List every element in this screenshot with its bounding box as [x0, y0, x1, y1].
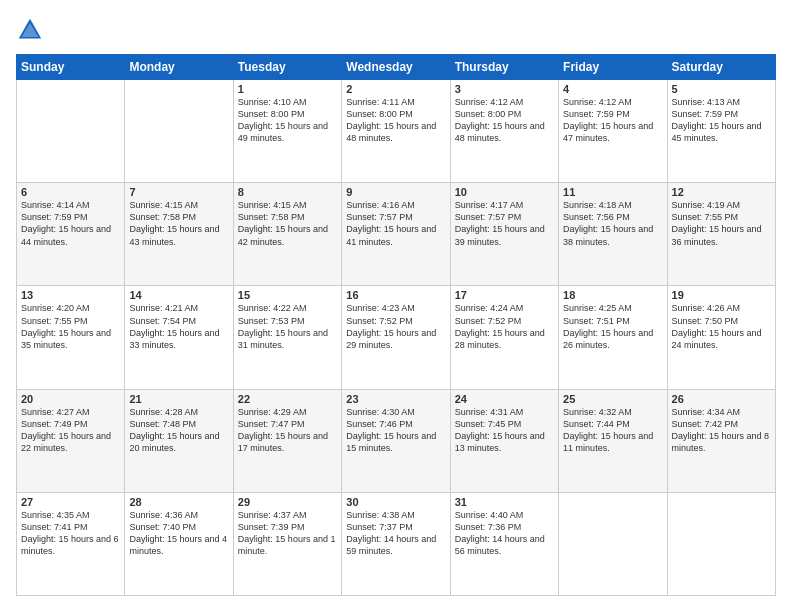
calendar-cell	[125, 80, 233, 183]
day-number: 4	[563, 83, 662, 95]
calendar-cell: 6Sunrise: 4:14 AM Sunset: 7:59 PM Daylig…	[17, 183, 125, 286]
day-number: 21	[129, 393, 228, 405]
calendar-cell: 4Sunrise: 4:12 AM Sunset: 7:59 PM Daylig…	[559, 80, 667, 183]
day-number: 3	[455, 83, 554, 95]
day-info: Sunrise: 4:37 AM Sunset: 7:39 PM Dayligh…	[238, 509, 337, 558]
day-info: Sunrise: 4:13 AM Sunset: 7:59 PM Dayligh…	[672, 96, 771, 145]
page: SundayMondayTuesdayWednesdayThursdayFrid…	[0, 0, 792, 612]
day-info: Sunrise: 4:11 AM Sunset: 8:00 PM Dayligh…	[346, 96, 445, 145]
day-info: Sunrise: 4:10 AM Sunset: 8:00 PM Dayligh…	[238, 96, 337, 145]
day-info: Sunrise: 4:12 AM Sunset: 7:59 PM Dayligh…	[563, 96, 662, 145]
day-number: 27	[21, 496, 120, 508]
calendar-cell: 26Sunrise: 4:34 AM Sunset: 7:42 PM Dayli…	[667, 389, 775, 492]
day-info: Sunrise: 4:14 AM Sunset: 7:59 PM Dayligh…	[21, 199, 120, 248]
day-info: Sunrise: 4:30 AM Sunset: 7:46 PM Dayligh…	[346, 406, 445, 455]
calendar-cell: 28Sunrise: 4:36 AM Sunset: 7:40 PM Dayli…	[125, 492, 233, 595]
calendar-cell: 14Sunrise: 4:21 AM Sunset: 7:54 PM Dayli…	[125, 286, 233, 389]
calendar-cell	[667, 492, 775, 595]
calendar-day-header: Wednesday	[342, 55, 450, 80]
day-number: 25	[563, 393, 662, 405]
day-info: Sunrise: 4:15 AM Sunset: 7:58 PM Dayligh…	[129, 199, 228, 248]
day-number: 14	[129, 289, 228, 301]
calendar-cell: 15Sunrise: 4:22 AM Sunset: 7:53 PM Dayli…	[233, 286, 341, 389]
calendar-cell: 7Sunrise: 4:15 AM Sunset: 7:58 PM Daylig…	[125, 183, 233, 286]
day-number: 22	[238, 393, 337, 405]
calendar-cell: 5Sunrise: 4:13 AM Sunset: 7:59 PM Daylig…	[667, 80, 775, 183]
calendar-cell: 25Sunrise: 4:32 AM Sunset: 7:44 PM Dayli…	[559, 389, 667, 492]
day-number: 15	[238, 289, 337, 301]
calendar-cell: 2Sunrise: 4:11 AM Sunset: 8:00 PM Daylig…	[342, 80, 450, 183]
calendar-day-header: Thursday	[450, 55, 558, 80]
logo	[16, 16, 48, 44]
calendar-cell: 11Sunrise: 4:18 AM Sunset: 7:56 PM Dayli…	[559, 183, 667, 286]
calendar-week-row: 1Sunrise: 4:10 AM Sunset: 8:00 PM Daylig…	[17, 80, 776, 183]
calendar-cell: 30Sunrise: 4:38 AM Sunset: 7:37 PM Dayli…	[342, 492, 450, 595]
calendar-cell: 21Sunrise: 4:28 AM Sunset: 7:48 PM Dayli…	[125, 389, 233, 492]
day-info: Sunrise: 4:36 AM Sunset: 7:40 PM Dayligh…	[129, 509, 228, 558]
day-number: 18	[563, 289, 662, 301]
day-info: Sunrise: 4:22 AM Sunset: 7:53 PM Dayligh…	[238, 302, 337, 351]
calendar-week-row: 27Sunrise: 4:35 AM Sunset: 7:41 PM Dayli…	[17, 492, 776, 595]
day-number: 12	[672, 186, 771, 198]
day-info: Sunrise: 4:27 AM Sunset: 7:49 PM Dayligh…	[21, 406, 120, 455]
calendar-day-header: Tuesday	[233, 55, 341, 80]
day-number: 17	[455, 289, 554, 301]
calendar-day-header: Friday	[559, 55, 667, 80]
day-number: 6	[21, 186, 120, 198]
day-info: Sunrise: 4:34 AM Sunset: 7:42 PM Dayligh…	[672, 406, 771, 455]
calendar-cell: 12Sunrise: 4:19 AM Sunset: 7:55 PM Dayli…	[667, 183, 775, 286]
logo-icon	[16, 16, 44, 44]
calendar-table: SundayMondayTuesdayWednesdayThursdayFrid…	[16, 54, 776, 596]
day-number: 5	[672, 83, 771, 95]
day-number: 16	[346, 289, 445, 301]
day-info: Sunrise: 4:15 AM Sunset: 7:58 PM Dayligh…	[238, 199, 337, 248]
calendar-cell: 22Sunrise: 4:29 AM Sunset: 7:47 PM Dayli…	[233, 389, 341, 492]
calendar-cell	[17, 80, 125, 183]
day-info: Sunrise: 4:16 AM Sunset: 7:57 PM Dayligh…	[346, 199, 445, 248]
calendar-cell: 29Sunrise: 4:37 AM Sunset: 7:39 PM Dayli…	[233, 492, 341, 595]
day-number: 30	[346, 496, 445, 508]
day-number: 26	[672, 393, 771, 405]
day-number: 28	[129, 496, 228, 508]
day-info: Sunrise: 4:21 AM Sunset: 7:54 PM Dayligh…	[129, 302, 228, 351]
day-number: 1	[238, 83, 337, 95]
day-number: 20	[21, 393, 120, 405]
calendar-day-header: Monday	[125, 55, 233, 80]
day-info: Sunrise: 4:31 AM Sunset: 7:45 PM Dayligh…	[455, 406, 554, 455]
day-info: Sunrise: 4:12 AM Sunset: 8:00 PM Dayligh…	[455, 96, 554, 145]
calendar-header-row: SundayMondayTuesdayWednesdayThursdayFrid…	[17, 55, 776, 80]
day-info: Sunrise: 4:29 AM Sunset: 7:47 PM Dayligh…	[238, 406, 337, 455]
calendar-cell: 1Sunrise: 4:10 AM Sunset: 8:00 PM Daylig…	[233, 80, 341, 183]
calendar-cell: 17Sunrise: 4:24 AM Sunset: 7:52 PM Dayli…	[450, 286, 558, 389]
day-info: Sunrise: 4:24 AM Sunset: 7:52 PM Dayligh…	[455, 302, 554, 351]
calendar-cell: 31Sunrise: 4:40 AM Sunset: 7:36 PM Dayli…	[450, 492, 558, 595]
calendar-cell: 27Sunrise: 4:35 AM Sunset: 7:41 PM Dayli…	[17, 492, 125, 595]
day-info: Sunrise: 4:35 AM Sunset: 7:41 PM Dayligh…	[21, 509, 120, 558]
calendar-cell: 24Sunrise: 4:31 AM Sunset: 7:45 PM Dayli…	[450, 389, 558, 492]
calendar-week-row: 6Sunrise: 4:14 AM Sunset: 7:59 PM Daylig…	[17, 183, 776, 286]
day-info: Sunrise: 4:38 AM Sunset: 7:37 PM Dayligh…	[346, 509, 445, 558]
day-info: Sunrise: 4:40 AM Sunset: 7:36 PM Dayligh…	[455, 509, 554, 558]
day-number: 29	[238, 496, 337, 508]
day-number: 13	[21, 289, 120, 301]
calendar-week-row: 13Sunrise: 4:20 AM Sunset: 7:55 PM Dayli…	[17, 286, 776, 389]
calendar-cell: 10Sunrise: 4:17 AM Sunset: 7:57 PM Dayli…	[450, 183, 558, 286]
day-number: 10	[455, 186, 554, 198]
day-info: Sunrise: 4:17 AM Sunset: 7:57 PM Dayligh…	[455, 199, 554, 248]
day-info: Sunrise: 4:18 AM Sunset: 7:56 PM Dayligh…	[563, 199, 662, 248]
day-info: Sunrise: 4:26 AM Sunset: 7:50 PM Dayligh…	[672, 302, 771, 351]
day-number: 7	[129, 186, 228, 198]
header	[16, 16, 776, 44]
day-info: Sunrise: 4:32 AM Sunset: 7:44 PM Dayligh…	[563, 406, 662, 455]
calendar-cell: 13Sunrise: 4:20 AM Sunset: 7:55 PM Dayli…	[17, 286, 125, 389]
day-number: 23	[346, 393, 445, 405]
calendar-day-header: Sunday	[17, 55, 125, 80]
day-number: 2	[346, 83, 445, 95]
day-number: 31	[455, 496, 554, 508]
day-info: Sunrise: 4:23 AM Sunset: 7:52 PM Dayligh…	[346, 302, 445, 351]
calendar-cell: 23Sunrise: 4:30 AM Sunset: 7:46 PM Dayli…	[342, 389, 450, 492]
calendar-cell: 3Sunrise: 4:12 AM Sunset: 8:00 PM Daylig…	[450, 80, 558, 183]
calendar-day-header: Saturday	[667, 55, 775, 80]
day-number: 24	[455, 393, 554, 405]
day-info: Sunrise: 4:20 AM Sunset: 7:55 PM Dayligh…	[21, 302, 120, 351]
